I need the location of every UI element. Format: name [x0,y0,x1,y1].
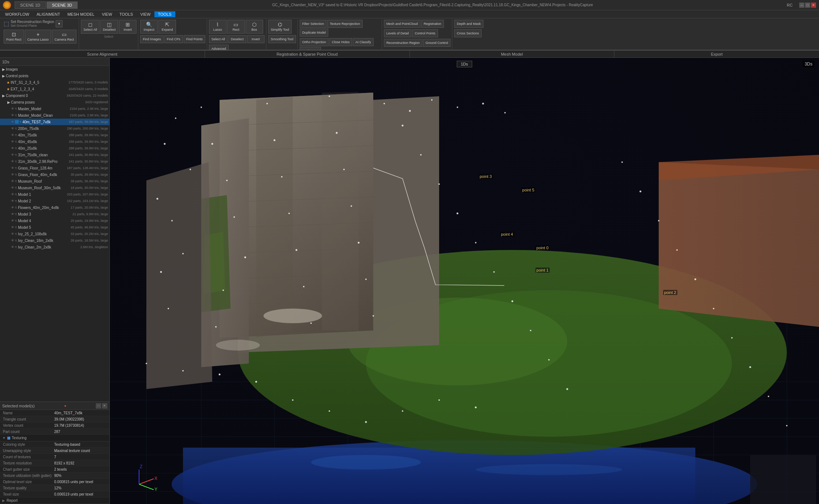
svg-point-89 [658,220,659,221]
report-section[interactable]: ▶ Report [0,497,109,504]
svg-text:X: X [154,476,157,481]
cross-sections-btn[interactable]: Cross Sections [454,29,482,37]
svg-point-108 [409,110,411,112]
find-images-btn[interactable]: Find Images [140,35,164,43]
menu-mesh-model[interactable]: MESH MODEL [64,11,98,17]
tree-item-40m-75x8k[interactable]: 👁T.40m_75x8k288 parts, 39.9M tris, large [0,132,109,138]
tree-item-meta: 287 parts, 39.0M tris, large [69,120,108,124]
tree-item-31m-30x8k[interactable]: 👁T.31m_30x8k_2.98.RePro241 parts, 30.8M … [0,158,109,165]
tree-item-meta: 288 parts, 39.9M tris, large [69,140,108,143]
svg-point-73 [351,205,352,207]
tree-item-grass-floor-40m[interactable]: 👁T.Grass_Floor_40m_4x8k35 parts, 39.9M t… [0,171,109,178]
tree-item-model4[interactable]: 👁T.Model 425 parts, 19.9M tris, large [0,217,109,224]
tree-item-meta: 21 parts, 9.9M tris, large [72,212,108,216]
tree-item-master-model[interactable]: 👁T.Master_Model2154 parts, 2.98 tris, la… [0,105,109,112]
levels-detail-btn[interactable]: Levels of Detail [384,29,412,37]
point-label-3: point 3 [479,174,493,179]
tree-item-ivy-clean-2m[interactable]: 👁T.Ivy_Clean_2m_2x8k2.6M tris, singleton [0,244,109,250]
set-reconstruction-arrow[interactable]: ▾ [56,20,63,27]
close-holes-btn[interactable]: Close Holes [329,38,352,46]
menu-tools2[interactable]: TOOLS [154,11,175,17]
tree-item-control-points[interactable]: ▶Control points [0,72,109,79]
texture-reprojection-btn[interactable]: Texture Reprojection [327,20,363,28]
filter-selection-btn[interactable]: Filter Selection [300,20,327,28]
tree-item-images[interactable]: ▶Images [0,66,109,72]
tree-item-model1[interactable]: 👁T.Model 1203 parts, 207.8M tris, large [0,191,109,198]
tree-item-int-s1[interactable]: ★INT_S1_2_3_4_51775/3420 cams, 0 models [0,79,109,86]
control-points-btn[interactable]: Control Points [412,29,438,37]
tree-item-model5[interactable]: 👁T.Model 545 parts, 46.6M tris, large [0,224,109,231]
inspect-btn[interactable]: 🔍 Inspect [140,20,158,34]
close-button[interactable]: ✕ [811,3,816,8]
select-all-btn[interactable]: ◻ Select All [81,20,100,34]
tree-item-model3[interactable]: 👁T.Model 321 parts, 9.9M tris, large [0,211,109,217]
ortho-projection-btn[interactable]: Ortho Projection [300,38,329,46]
expand-icon: ▶ [1,67,6,71]
ai-classify-btn[interactable]: AI Classify [353,38,374,46]
advanced-btn[interactable]: Advanced [209,45,229,51]
tree-item-ivy-clean-18m[interactable]: 👁T.Ivy_Clean_18m_2x8k28 parts, 18.5M tri… [0,237,109,244]
tree-item-ivy25-108x8k[interactable]: 👁T.Ivy_25_2_108x8k33 parts, 25.2M tris, … [0,231,109,237]
scene-tab-3d[interactable]: SCENE 3D [46,1,78,9]
scene-tab-1d[interactable]: SCENE 1D [15,1,46,9]
tree-item-40m-test-7x8k[interactable]: 👁T.40m_TEST_7x8k287 parts, 39.0M tris, l… [0,119,109,125]
tree-item-ext-1234[interactable]: ★EXT_1_2_3_41645/3420 cams, 0 models [0,86,109,92]
tree-item-camera-poses[interactable]: ▶Camera poses3420 registered [0,99,109,105]
svg-point-101 [402,410,403,412]
maximize-button[interactable]: □ [805,3,810,8]
deselect-mesh-btn[interactable]: Deselect [228,35,246,43]
duplicate-model-btn[interactable]: Duplicate Model [300,29,329,37]
tree-item-flowers-40m[interactable]: 👁T.Flowers_40m_20m_4x8k17 parts, 20.0M t… [0,204,109,211]
registration-btn[interactable]: Registration [421,20,444,28]
tree-item-40m-45x8k[interactable]: 👁T.40m_45x8k288 parts, 39.9M tris, large [0,138,109,145]
tree-item-grass-floor-1284m[interactable]: 👁T.Grass_Floor_128.4m187 parts, 128.4M t… [0,165,109,171]
menu-tools[interactable]: TOOLS [116,11,136,17]
prop-close-btn[interactable]: ✕ [102,403,107,408]
ground-control-btn[interactable]: Ground Control [423,39,451,47]
tree-item-component0[interactable]: ▶Component 03420/3420 cams, 22 models [0,92,109,99]
menu-view2[interactable]: VIEW [136,11,154,17]
set-reconstruction-btn[interactable]: ⬚ Set Reconstruction Region Set Ground P… [4,20,63,27]
expand-btn[interactable]: ⇱ Expand [158,20,176,34]
select-all-mesh-btn[interactable]: Select All [209,35,228,43]
box-btn[interactable]: ⬡ Box [246,20,263,34]
t-badge: T. [15,193,17,196]
select-all-icon: ◻ [88,22,93,27]
invert-btn[interactable]: ⊞ Invert [119,20,136,34]
tree-item-museum-roof[interactable]: 👁T.Museum_Roof39 parts, 36.4M tris, larg… [0,178,109,184]
tree-item-40m-25x8k[interactable]: 👁T.40m_25x8k288 parts, 39.9M tris, large [0,145,109,152]
camera-lasso-btn[interactable]: ⌖ Camera Lasso [25,30,52,44]
tree-item-name: Control points [6,74,108,78]
smoothing-tool-btn[interactable]: Smoothing Tool [268,35,296,43]
texturing-section[interactable]: ▼ Texturing [0,435,109,441]
invert-mesh-btn[interactable]: Invert [247,35,265,43]
lasso-btn[interactable]: ⌇ Lasso [209,20,227,34]
reconstruction-region-btn[interactable]: Reconstruction Region [384,39,422,47]
tree-item-200m-75x8k[interactable]: 👁T.200m_75x8k290 parts, 200.0M tris, lar… [0,125,109,132]
find-points-btn[interactable]: Find Points [184,35,205,43]
mesh-pointcloud-btn[interactable]: Mesh and PointCloud [384,20,420,28]
texturing-rows-container: Coloring styleTexturing-basedUnwrapping … [0,441,109,497]
camera-rect-btn[interactable]: ▭ Camera Rect [52,30,76,44]
point-rect-btn[interactable]: ⊡ Point Rect [4,30,24,44]
lasso-icon: ⌇ [216,22,219,27]
scene-tree[interactable]: 1Ds ▶Images▶Control points ★INT_S1_2_3_4… [0,58,109,402]
prop-label: Triangle count [3,417,54,421]
prop-expand-btn[interactable]: □ [96,403,101,408]
menu-view[interactable]: VIEW [98,11,116,17]
simplify-tool-btn[interactable]: ⌬ Simplify Tool [268,20,292,34]
rect-btn[interactable]: ▭ Rect [227,20,245,34]
find-cps-btn[interactable]: Find CPs [164,35,183,43]
minimize-button[interactable]: − [799,3,804,8]
viewport[interactable]: X Y Z point 3 point 5 point 4 point 0 po… [110,58,819,504]
tree-item-31m-75x8k-clean[interactable]: 👁T.31m_75x8k_clean241 parts, 30.8M tris,… [0,152,109,158]
menu-workflow[interactable]: WORKFLOW [1,11,33,17]
deselect-btn[interactable]: ◫ Deselect [100,20,118,34]
tree-item-model2[interactable]: 👁T.Model 2152 parts, 153.1M tris, large [0,198,109,204]
report-expand-icon: ▶ [2,499,5,503]
cut-by-box-btn[interactable]: Cut by Box [300,47,321,51]
tree-item-museum-roof-30m[interactable]: 👁T.Museum_Roof_30m_5x8k18 parts, 30.0M t… [0,184,109,191]
depth-mask-btn[interactable]: Depth and Mask [454,20,483,28]
menu-alignment[interactable]: ALIGNMENT [33,11,64,17]
tree-item-master-model-clean[interactable]: 👁T.Master_Model_Clean2100 parts, 2.88 tr… [0,112,109,119]
